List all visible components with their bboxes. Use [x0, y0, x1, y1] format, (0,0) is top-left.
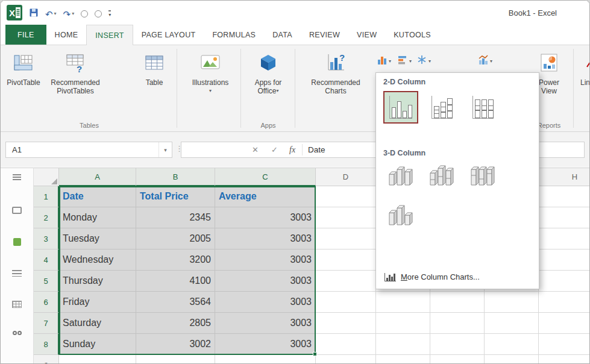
cell-A5[interactable]: Thursday — [59, 271, 136, 292]
insert-column-chart-button[interactable]: ▾ — [375, 54, 393, 68]
column-header-B[interactable]: B — [136, 168, 215, 186]
cell[interactable] — [430, 292, 485, 313]
tab-page-layout[interactable]: PAGE LAYOUT — [133, 25, 204, 45]
save-icon[interactable] — [29, 8, 39, 20]
undo-button[interactable]: ↶ ▾ — [45, 10, 57, 19]
cell-B2[interactable]: 2345 — [136, 207, 215, 228]
chart-type-clustered-column[interactable] — [383, 91, 418, 124]
tab-kutools[interactable]: KUTOOLS — [385, 25, 439, 45]
insert-other-charts-button[interactable]: ▾ — [415, 54, 433, 68]
cell[interactable] — [539, 207, 589, 228]
cell[interactable] — [136, 355, 215, 363]
cell-C6[interactable]: 3003 — [215, 292, 316, 313]
cell[interactable] — [539, 186, 589, 207]
cell-A4[interactable]: Wednesday — [59, 249, 136, 271]
cell-C2[interactable]: 3003 — [215, 207, 316, 228]
row-header-3[interactable]: 3 — [34, 228, 59, 249]
tab-data[interactable]: DATA — [264, 25, 301, 45]
name-box-arrow-icon[interactable]: ▾ — [158, 142, 172, 157]
column-header-A[interactable]: A — [59, 168, 136, 186]
chart-type-100-stacked-column[interactable] — [465, 91, 500, 124]
cell[interactable] — [316, 313, 376, 334]
cell[interactable] — [215, 355, 316, 363]
tab-view[interactable]: VIEW — [348, 25, 385, 45]
customize-qat-button[interactable]: ▾ — [108, 10, 111, 17]
cell[interactable] — [430, 355, 485, 363]
cell-B3[interactable]: 2005 — [136, 228, 215, 249]
cell[interactable] — [539, 313, 589, 334]
cell-A1[interactable]: Date — [59, 186, 136, 207]
cell-B4[interactable]: 3200 — [136, 249, 215, 271]
cell-C8[interactable]: 3003 — [215, 334, 316, 355]
cell[interactable] — [316, 186, 376, 207]
list-icon[interactable] — [12, 270, 22, 277]
cell[interactable] — [376, 334, 430, 355]
cell[interactable] — [376, 313, 430, 334]
pane-toggle-icon[interactable] — [13, 174, 21, 180]
select-all-corner[interactable] — [34, 168, 59, 186]
flash-icon[interactable] — [13, 238, 21, 246]
cell-A6[interactable]: Friday — [59, 292, 136, 313]
fill-handle[interactable] — [313, 352, 317, 356]
cell[interactable] — [539, 249, 589, 271]
cell[interactable] — [316, 249, 376, 271]
row-header-7[interactable]: 7 — [34, 313, 59, 334]
binoculars-icon[interactable] — [13, 331, 22, 335]
insert-combo-chart-button[interactable]: ▾ — [477, 54, 494, 68]
sparkline-line-button[interactable]: Line — [577, 50, 590, 87]
cell[interactable] — [430, 334, 485, 355]
recommended-charts-button[interactable]: ? Recommended Charts — [302, 50, 369, 95]
row-header-4[interactable]: 4 — [34, 249, 59, 271]
cell-B7[interactable]: 2805 — [136, 313, 215, 334]
cell[interactable] — [316, 334, 376, 355]
cell[interactable] — [316, 271, 376, 292]
pivottable-button[interactable]: PivotTable — [4, 50, 43, 87]
cell[interactable] — [316, 207, 376, 228]
column-header-D[interactable]: D — [316, 168, 376, 186]
cell[interactable] — [539, 292, 589, 313]
cell[interactable] — [316, 355, 376, 363]
cell-C5[interactable]: 3003 — [215, 271, 316, 292]
tab-formulas[interactable]: FORMULAS — [204, 25, 264, 45]
cell[interactable] — [539, 271, 589, 292]
table-button[interactable]: Table — [136, 50, 172, 87]
chart-type-stacked-column[interactable] — [424, 91, 459, 124]
tab-insert[interactable]: INSERT — [86, 25, 133, 45]
cell[interactable] — [485, 313, 539, 334]
row-header-5[interactable]: 5 — [34, 271, 59, 292]
row-header-8[interactable]: 8 — [34, 334, 59, 355]
chart-type-3d-column[interactable] — [383, 202, 418, 234]
cell-A7[interactable]: Saturday — [59, 313, 136, 334]
grid-icon[interactable] — [12, 301, 22, 308]
insert-function-icon[interactable]: fx — [289, 145, 295, 155]
cell[interactable] — [485, 355, 539, 363]
cell[interactable] — [316, 292, 376, 313]
column-header-H[interactable]: H — [539, 168, 589, 186]
cell-C7[interactable]: 3003 — [215, 313, 316, 334]
name-box[interactable]: A1 ▾ — [5, 142, 172, 158]
cell[interactable] — [59, 355, 136, 363]
row-header-9[interactable]: 9 — [34, 355, 59, 363]
recommended-pivottables-button[interactable]: ? Recommended PivotTables — [44, 50, 107, 95]
row-header-6[interactable]: 6 — [34, 292, 59, 313]
cell[interactable] — [430, 313, 485, 334]
redo-button[interactable]: ↷ ▾ — [63, 10, 75, 19]
cancel-icon[interactable]: ✕ — [252, 145, 259, 154]
column-header-C[interactable]: C — [215, 168, 316, 186]
cell-B1[interactable]: Total Price — [136, 186, 215, 207]
row-header-1[interactable]: 1 — [34, 186, 59, 207]
qat-circle-button[interactable] — [81, 10, 88, 17]
window-icon[interactable] — [12, 207, 22, 214]
cell-B5[interactable]: 4100 — [136, 271, 215, 292]
qat-circle-button[interactable] — [95, 10, 102, 17]
cell-B6[interactable]: 3564 — [136, 292, 215, 313]
tab-file[interactable]: FILE — [5, 25, 46, 45]
cell[interactable] — [316, 228, 376, 249]
cell[interactable] — [539, 355, 589, 363]
cell-B8[interactable]: 3002 — [136, 334, 215, 355]
more-column-charts-link[interactable]: More Column Charts... — [384, 272, 480, 281]
illustrations-button[interactable]: Illustrations ▾ — [183, 50, 238, 95]
chart-type-3d-clustered-column[interactable] — [383, 162, 418, 195]
insert-bar-chart-button[interactable]: ▾ — [396, 54, 413, 68]
chart-type-3d-100-stacked-column[interactable] — [465, 162, 500, 195]
